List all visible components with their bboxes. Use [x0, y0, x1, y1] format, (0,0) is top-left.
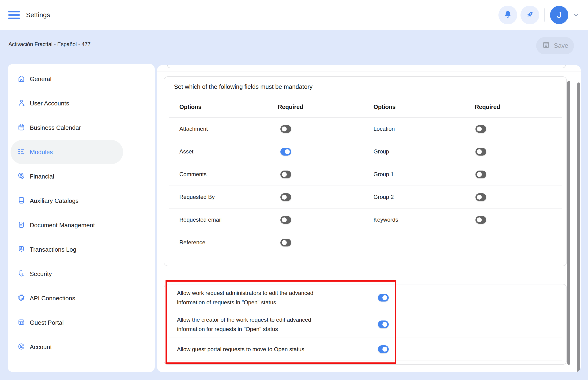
- toggle-asset[interactable]: [280, 148, 291, 155]
- option-cell: Keywords: [352, 209, 472, 231]
- sidebar-item-transactions-log[interactable]: Transactions Log: [11, 237, 123, 262]
- toggle-knob: [477, 217, 482, 222]
- launch-button[interactable]: [521, 6, 539, 24]
- sidebar-item-general[interactable]: General: [11, 67, 123, 91]
- toggle-requested-by[interactable]: [280, 193, 291, 201]
- card-scrollbar-thumb[interactable]: [567, 81, 570, 365]
- toggle-keywords[interactable]: [475, 216, 486, 224]
- toggle-knob: [382, 295, 387, 300]
- toggle-knob: [282, 195, 287, 200]
- sidebar-item-financial[interactable]: Financial: [11, 164, 123, 189]
- required-cell: [275, 118, 352, 140]
- sidebar-item-label: Security: [30, 270, 52, 278]
- option-label: Keywords: [373, 216, 398, 223]
- sidebar-item-business-calendar[interactable]: Business Calendar: [11, 115, 123, 140]
- toggle-allow-the-creator-of-the-work-request-to[interactable]: [378, 321, 389, 328]
- save-icon: [542, 41, 550, 51]
- column-header: Options: [169, 96, 275, 118]
- column-header: Options: [352, 96, 472, 118]
- option-label: Requested By: [179, 194, 215, 200]
- home-icon: [17, 74, 25, 84]
- toggle-knob: [282, 240, 287, 245]
- option-cell: Location: [352, 118, 472, 140]
- hamburger-menu-icon[interactable]: [8, 11, 20, 19]
- sidebar-item-guest-portal[interactable]: Guest Portal: [11, 310, 123, 335]
- toggle-knob: [477, 172, 482, 177]
- breadcrumb: Activación Fracttal - Español - 477: [8, 30, 90, 58]
- required-cell: [472, 231, 562, 254]
- toggle-knob: [282, 172, 287, 177]
- advanced-setting-label: Allow guest portal requests to move to O…: [169, 345, 339, 354]
- advanced-setting-row: Allow work request administrators to edi…: [169, 285, 562, 311]
- sidebar-item-api-connections[interactable]: API Connections: [11, 286, 123, 310]
- required-cell: [472, 186, 562, 209]
- mandatory-fields-heading: Set which of the following fields must b…: [169, 77, 562, 96]
- toggle-reference[interactable]: [280, 239, 291, 247]
- shield-search-icon: [17, 269, 25, 279]
- sidebar-item-security[interactable]: Security: [11, 262, 123, 286]
- option-cell: Group: [352, 140, 472, 163]
- panel-header-divider: [157, 71, 581, 72]
- toggle-attachment[interactable]: [280, 125, 291, 133]
- toggle-knob: [477, 149, 482, 154]
- save-button[interactable]: Save: [536, 37, 574, 54]
- chevron-down-icon[interactable]: [572, 12, 580, 19]
- sidebar-item-label: Financial: [30, 173, 54, 180]
- required-cell: [275, 231, 352, 254]
- mandatory-fields-table: OptionsRequiredOptionsRequiredAttachment…: [169, 96, 562, 254]
- toggle-group-2[interactable]: [475, 193, 486, 201]
- sidebar-item-label: Business Calendar: [30, 124, 81, 132]
- table-row: AssetGroup: [169, 140, 562, 163]
- option-label: Attachment: [179, 126, 208, 132]
- sidebar-item-auxiliary-catalogs[interactable]: Auxiliary Catalogs: [11, 189, 123, 213]
- sidebar-item-modules[interactable]: Modules: [11, 140, 123, 164]
- required-cell: [275, 209, 352, 231]
- toggle-location[interactable]: [475, 125, 486, 133]
- top-bar: Settings: [0, 0, 588, 30]
- option-cell: Reference: [169, 231, 275, 254]
- option-label: Group: [373, 148, 389, 155]
- settings-page: Settings: [0, 0, 588, 380]
- sidebar-item-label: Transactions Log: [30, 246, 76, 253]
- sidebar-item-label: General: [30, 76, 52, 83]
- column-header-label: Required: [475, 104, 500, 110]
- required-cell: [275, 163, 352, 186]
- sidebar-item-document-management[interactable]: Document Management: [11, 213, 123, 237]
- toggle-knob: [282, 217, 287, 222]
- table-row: Requested emailKeywords: [169, 209, 562, 231]
- column-header-label: Required: [278, 104, 303, 110]
- toggle-allow-work-request-administrators-to-edi[interactable]: [378, 294, 389, 302]
- sidebar-item-user-accounts[interactable]: User Accounts: [11, 91, 123, 115]
- toggle-knob: [285, 149, 290, 154]
- table-header-row: OptionsRequiredOptionsRequired: [169, 96, 562, 118]
- toggle-group-1[interactable]: [475, 171, 486, 178]
- panel-scrollbar-thumb[interactable]: [577, 82, 580, 372]
- sidebar-item-label: User Accounts: [30, 100, 69, 107]
- person-circle-icon: [17, 342, 25, 352]
- option-cell: Requested By: [169, 186, 275, 209]
- table-row: Requested ByGroup 2: [169, 186, 562, 209]
- save-label: Save: [554, 42, 568, 49]
- catalog-icon: [17, 196, 25, 206]
- table-row: AttachmentLocation: [169, 118, 562, 140]
- toggle-allow-guest-portal-requests-to-move-to-o[interactable]: [378, 345, 389, 353]
- avatar[interactable]: J: [550, 6, 568, 24]
- option-label: Group 1: [373, 171, 394, 178]
- rocket-icon: [525, 10, 535, 20]
- toggle-comments[interactable]: [280, 171, 291, 178]
- toggle-knob: [477, 195, 482, 200]
- option-label: Asset: [179, 148, 193, 155]
- option-cell: Attachment: [169, 118, 275, 140]
- sidebar: GeneralUser AccountsBusiness CalendarMod…: [8, 64, 155, 372]
- option-cell: Group 1: [352, 163, 472, 186]
- browser-code-icon: [17, 318, 25, 327]
- advanced-setting-row: Allow the creator of the work request to…: [169, 311, 562, 338]
- checklist-icon: [17, 147, 25, 157]
- notifications-button[interactable]: [498, 6, 517, 24]
- coins-icon: [17, 172, 25, 181]
- toggle-requested-email[interactable]: [280, 216, 291, 224]
- toggle-group[interactable]: [475, 148, 486, 155]
- table-row: CommentsGroup 1: [169, 163, 562, 186]
- option-cell: Comments: [169, 163, 275, 186]
- sidebar-item-account[interactable]: Account: [11, 335, 123, 359]
